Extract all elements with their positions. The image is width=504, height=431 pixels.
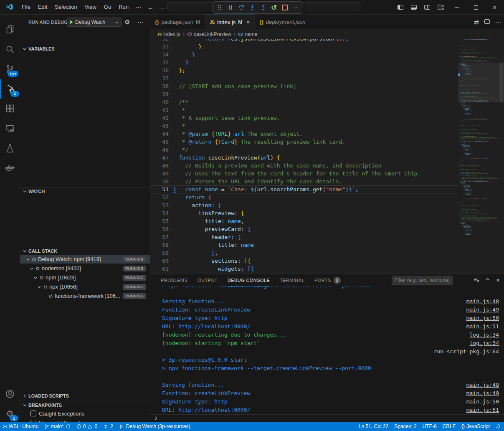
tab-package.json[interactable]: {}package.jsonM: [150, 15, 205, 29]
source-link[interactable]: main.js:48: [466, 381, 499, 389]
toolbar-chevron-down-icon[interactable]: [291, 3, 300, 12]
close-tab-icon[interactable]: ×: [246, 19, 250, 25]
code-line-36[interactable]: 36};: [150, 66, 458, 74]
code-line-49[interactable]: 49 // Uses the text from the card's head…: [150, 170, 458, 177]
menu-edit[interactable]: Edit: [34, 2, 51, 12]
activity-docker-icon[interactable]: [0, 159, 20, 178]
activity-settings-icon[interactable]: ⚙1: [0, 404, 20, 423]
code-editor[interactable]: 32 return res.json(caseLinkPreview(parse…: [150, 39, 458, 274]
code-line-37[interactable]: 37: [150, 74, 458, 82]
minimap-slider[interactable]: [458, 63, 498, 102]
line-number[interactable]: 45: [150, 138, 175, 146]
code-line-57[interactable]: 57 header: {: [150, 233, 458, 241]
call-stack-session[interactable]: npx [10656]RUNNING: [20, 282, 150, 291]
panel-tab-problems[interactable]: PROBLEMS: [161, 274, 187, 286]
watch-section-header[interactable]: WATCH: [20, 187, 150, 195]
expand-chevron-icon[interactable]: [33, 276, 38, 280]
eol-indicator[interactable]: CRLF: [440, 422, 458, 431]
line-number[interactable]: 32: [150, 39, 175, 43]
line-number[interactable]: 60: [150, 257, 175, 265]
activity-run-and-debug-icon[interactable]: 1: [0, 79, 20, 99]
menu-go[interactable]: Go: [100, 2, 115, 12]
line-number[interactable]: 50: [150, 177, 175, 185]
line-number[interactable]: 46: [150, 146, 175, 154]
remote-indicator[interactable]: >< WSL: Ubuntu: [0, 422, 41, 431]
line-number[interactable]: 48: [150, 162, 175, 170]
debug-status-indicator[interactable]: Debug Watch (3p-resources): [116, 422, 193, 431]
code-line-35[interactable]: 35 }: [150, 58, 458, 66]
go-back-button[interactable]: ←: [147, 4, 154, 11]
panel-tab-ports[interactable]: PORTS2: [314, 274, 341, 286]
code-line-38[interactable]: 38// [START add_ons_case_preview_link]: [150, 82, 458, 90]
expand-chevron-icon[interactable]: [26, 257, 30, 261]
line-number[interactable]: 51: [150, 185, 175, 193]
debug-console-output[interactable]: > npx functions-framework --target=creat…: [150, 286, 504, 414]
tab-deployment.json[interactable]: {}deployment.json: [255, 15, 310, 29]
close-panel-icon[interactable]: ×: [496, 276, 500, 284]
call-stack-session[interactable]: Debug Watch: npm [9419]RUNNING: [20, 255, 150, 264]
minimize-button[interactable]: [448, 0, 466, 15]
line-number[interactable]: 53: [150, 201, 175, 209]
step-out-button[interactable]: [258, 3, 268, 12]
debug-console-input[interactable]: [150, 414, 504, 422]
activity-accounts-icon[interactable]: [0, 384, 20, 403]
source-link[interactable]: main.js:51: [466, 322, 499, 331]
activity-explorer-icon[interactable]: [0, 20, 20, 39]
step-over-button[interactable]: [237, 3, 246, 12]
source-link[interactable]: main.js:51: [466, 406, 499, 414]
activity-source-control-icon[interactable]: 1K+: [0, 59, 20, 79]
code-line-50[interactable]: 50 // Parses the URL and identify the ca…: [150, 177, 458, 185]
call-stack-session[interactable]: nodemon [9450]RUNNING: [20, 264, 150, 273]
activity-testing-icon[interactable]: [0, 139, 20, 158]
code-line-61[interactable]: 61 widgets: [{: [150, 265, 458, 273]
code-line-39[interactable]: 39: [150, 90, 458, 98]
maximize-panel-icon[interactable]: [485, 277, 490, 283]
start-debug-icon[interactable]: [70, 20, 73, 24]
restart-button[interactable]: ↺: [269, 3, 279, 12]
source-link[interactable]: log.js:34: [470, 339, 499, 347]
line-number[interactable]: 33: [150, 43, 175, 51]
activity-remote-explorer-icon[interactable]: [0, 119, 20, 138]
tab-index.js[interactable]: JSindex.jsM×: [205, 15, 255, 29]
step-into-button[interactable]: [248, 3, 257, 12]
console-filter-input[interactable]: [392, 276, 453, 285]
code-line-52[interactable]: 52 return {: [150, 193, 458, 201]
source-link[interactable]: main.js:50: [466, 398, 499, 406]
source-link[interactable]: log.js:34: [470, 331, 499, 339]
code-line-33[interactable]: 33 }: [150, 43, 458, 51]
panel-tab-debug-console[interactable]: DEBUG CONSOLE: [228, 274, 270, 286]
line-number[interactable]: 35: [150, 58, 175, 66]
line-number[interactable]: 52: [150, 193, 175, 201]
line-number[interactable]: 55: [150, 217, 175, 225]
close-button[interactable]: ×: [485, 0, 504, 15]
editor-scrollbar[interactable]: [498, 39, 504, 274]
source-link[interactable]: main.js:49: [466, 306, 499, 314]
panel-tab-output[interactable]: OUTPUT: [198, 274, 218, 286]
code-line-60[interactable]: 60 sections: [{: [150, 257, 458, 265]
customize-layout-icon[interactable]: [438, 5, 444, 10]
views-more-actions-icon[interactable]: ⋯: [137, 19, 144, 26]
line-number[interactable]: 42: [150, 114, 175, 122]
indentation-indicator[interactable]: Spaces: 2: [391, 422, 419, 431]
code-line-56[interactable]: 56 previewCard: {: [150, 225, 458, 233]
source-link[interactable]: main.js:50: [466, 314, 499, 322]
line-number[interactable]: 40: [150, 98, 175, 106]
cursor-position-indicator[interactable]: Ln 51, Col 22: [356, 422, 391, 431]
toggle-secondary-sidebar-icon[interactable]: [424, 5, 430, 10]
toggle-panel-icon[interactable]: [411, 5, 417, 10]
problems-indicator[interactable]: 0 0: [73, 422, 100, 431]
stop-button[interactable]: [280, 3, 289, 12]
line-number[interactable]: 57: [150, 233, 175, 241]
menu-run[interactable]: Run: [115, 2, 132, 12]
line-number[interactable]: 61: [150, 265, 175, 273]
maximize-button[interactable]: [466, 0, 485, 15]
code-line-46[interactable]: 46 */: [150, 146, 458, 154]
loaded-scripts-section-header[interactable]: LOADED SCRIPTS: [20, 392, 150, 400]
launch-config-dropdown[interactable]: Debug Watch: [67, 18, 122, 27]
breakpoints-section-header[interactable]: BREAKPOINTS: [20, 401, 150, 408]
breakpoint-checkbox[interactable]: [30, 411, 36, 416]
encoding-indicator[interactable]: UTF-8: [420, 422, 440, 431]
language-mode-indicator[interactable]: {}JavaScript: [458, 422, 493, 431]
expand-chevron-icon[interactable]: [30, 266, 34, 271]
call-stack-session[interactable]: functions-framework [106...RUNNING: [20, 292, 150, 300]
